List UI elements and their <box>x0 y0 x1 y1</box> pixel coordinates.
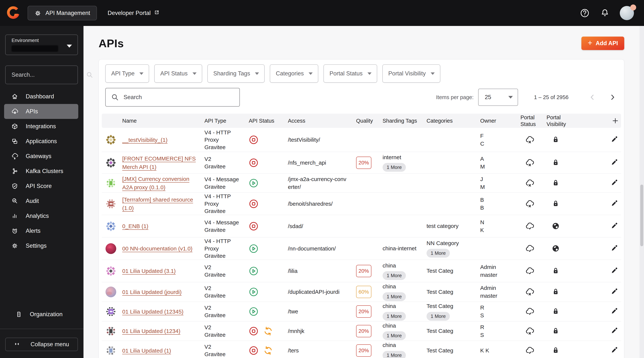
edit-api-button[interactable] <box>610 158 618 167</box>
product-switcher-button[interactable]: API Management <box>28 6 97 20</box>
sidebar-item-kafka-clusters[interactable]: Kafka Clusters <box>4 164 78 179</box>
access-path: /duplicatedAPI-jourdi <box>288 288 356 296</box>
scrollbar-thumb[interactable] <box>640 185 643 246</box>
next-page-button[interactable] <box>606 91 618 103</box>
environment-selector[interactable]: Environment <box>5 35 78 55</box>
scrollbar-track[interactable] <box>640 26 644 358</box>
edit-api-button[interactable] <box>610 346 618 355</box>
edit-api-button[interactable] <box>610 135 618 144</box>
edit-api-button[interactable] <box>610 244 618 253</box>
api-name-link[interactable]: 01 Lilia Updated (1234) <box>122 327 185 335</box>
api-name-link[interactable]: [FRONT ECOMMERCE] NFS Merch API (1) <box>122 154 201 171</box>
filter-sharding-tags[interactable]: Sharding Tags <box>208 64 265 83</box>
chevron-down-icon <box>255 72 259 75</box>
sharding-more-chip[interactable]: 1 More <box>382 271 406 280</box>
filter-categories[interactable]: Categories <box>270 64 318 83</box>
items-per-page-value: 25 <box>485 94 491 101</box>
edit-api-button[interactable] <box>610 179 618 188</box>
api-name-link[interactable]: 0_ENB (1) <box>122 222 153 230</box>
owner-line: M <box>480 183 517 191</box>
sidebar-item-dashboard[interactable]: Dashboard <box>4 89 78 104</box>
column-header-sharding-tags[interactable]: Sharding Tags <box>382 117 426 124</box>
sidebar-item-analytics[interactable]: Analytics <box>4 209 78 223</box>
filter-api-status[interactable]: API Status <box>154 64 202 83</box>
api-name-link[interactable]: 01 Lilia Updated (jourdi) <box>122 288 186 296</box>
chevron-down-icon <box>140 72 144 75</box>
column-header-categories[interactable]: Categories <box>426 117 480 124</box>
column-header-name[interactable]: Name <box>122 117 204 124</box>
api-avatar <box>105 221 116 232</box>
previous-page-button[interactable] <box>586 91 598 103</box>
sidebar-item-settings[interactable]: Settings <box>4 238 78 253</box>
column-header-owner[interactable]: Owner <box>480 117 520 124</box>
api-name-link[interactable]: 00 NN-documentation (v1.0) <box>122 244 197 253</box>
api-status-started-icon <box>249 307 258 316</box>
sidebar-search-input[interactable] <box>6 72 86 78</box>
edit-api-button[interactable] <box>610 327 618 335</box>
sharding-more-chip[interactable]: 1 More <box>382 292 406 301</box>
column-header-portal-status[interactable]: Portal Status <box>520 114 546 128</box>
api-name-link[interactable]: [Terrraform] shared resource (1.0) <box>122 196 201 212</box>
sidebar-nav: DashboardAPIsIntegrationsApplicationsGat… <box>0 89 84 253</box>
filter-portal-visibility[interactable]: Portal Visibility <box>382 64 440 83</box>
sharding-more-chip[interactable]: 1 More <box>382 163 406 172</box>
edit-api-button[interactable] <box>610 267 618 275</box>
sidebar-item-integrations[interactable]: Integrations <box>4 119 78 134</box>
api-type-line: V4 - Message <box>204 176 245 183</box>
owner-line: S <box>480 311 517 319</box>
edit-api-button[interactable] <box>610 200 618 208</box>
edit-api-button[interactable] <box>610 288 618 296</box>
add-api-button[interactable]: + Add API <box>582 37 624 50</box>
api-name-link[interactable]: __testVisibility_(1) <box>122 136 172 144</box>
api-name-link[interactable]: 01 Lilia Updated (12345) <box>122 307 188 316</box>
help-button[interactable] <box>580 8 590 18</box>
cube-icon <box>11 123 18 130</box>
access-path: /mnhjk <box>288 327 356 335</box>
edit-api-button[interactable] <box>610 222 618 231</box>
sidebar-item-organization[interactable]: Organization <box>8 307 73 322</box>
filter-api-type[interactable]: API Type <box>105 64 149 83</box>
api-name-link[interactable]: 01 Lilia Updated (1) <box>122 346 176 355</box>
column-header-api-status[interactable]: API Status <box>249 117 288 124</box>
sidebar-item-apis[interactable]: APIs <box>4 104 78 119</box>
category-more-chip[interactable]: 1 More <box>426 312 450 321</box>
api-status-stopped-icon <box>249 158 258 168</box>
api-name-link[interactable]: 01 Lilia Updated (3.1) <box>122 267 180 275</box>
sidebar-item-gateways[interactable]: Gateways <box>4 149 78 164</box>
table-header: NameAPI TypeAPI StatusAccessQualityShard… <box>102 114 621 128</box>
sidebar-item-audit[interactable]: Audit <box>4 194 78 209</box>
column-header-portal-visibility[interactable]: Portal Visibility <box>546 114 582 128</box>
alarm-icon <box>11 227 18 234</box>
category-more-chip[interactable]: 1 More <box>426 249 450 258</box>
sharding-tags-cell: china-internet <box>382 245 426 252</box>
items-per-page-select[interactable]: 25 <box>478 89 518 106</box>
portal-status-unpublished-icon <box>525 327 534 336</box>
api-status-out-of-sync-icon <box>263 326 273 336</box>
category-label: Test Categ <box>426 267 476 275</box>
collapse-menu-button[interactable]: Collapse menu <box>5 338 78 351</box>
sidebar-item-api-score[interactable]: API Score <box>4 179 78 194</box>
api-avatar <box>105 198 116 210</box>
sidebar-item-applications[interactable]: Applications <box>4 134 78 149</box>
edit-api-button[interactable] <box>610 307 618 316</box>
category-label: NN Category <box>426 240 476 247</box>
sidebar-item-alerts[interactable]: Alerts <box>4 223 78 238</box>
column-header-api-type[interactable]: API Type <box>204 117 249 124</box>
add-column-button[interactable] <box>582 117 628 125</box>
sharding-more-chip[interactable]: 1 More <box>382 351 406 358</box>
notifications-button[interactable] <box>600 8 610 18</box>
chevron-down-icon <box>368 72 372 75</box>
filter-portal-status[interactable]: Portal Status <box>324 64 377 83</box>
owner-line: master <box>480 292 517 300</box>
column-header-quality[interactable]: Quality <box>356 117 382 124</box>
access-path: /nn-documentation/ <box>288 245 356 253</box>
user-avatar[interactable] <box>620 6 634 20</box>
table-search-input[interactable] <box>123 94 240 101</box>
sharding-more-chip[interactable]: 1 More <box>382 331 406 340</box>
column-header-access[interactable]: Access <box>288 117 356 124</box>
api-type-line: Gravitee <box>204 143 245 151</box>
api-name-link[interactable]: [JMX] Currency conversion A2A proxy (0.1… <box>122 175 201 192</box>
developer-portal-link[interactable]: Developer Portal <box>108 10 161 17</box>
sharding-more-chip[interactable]: 1 More <box>382 312 406 321</box>
sidebar-item-label: Kafka Clusters <box>26 168 63 174</box>
